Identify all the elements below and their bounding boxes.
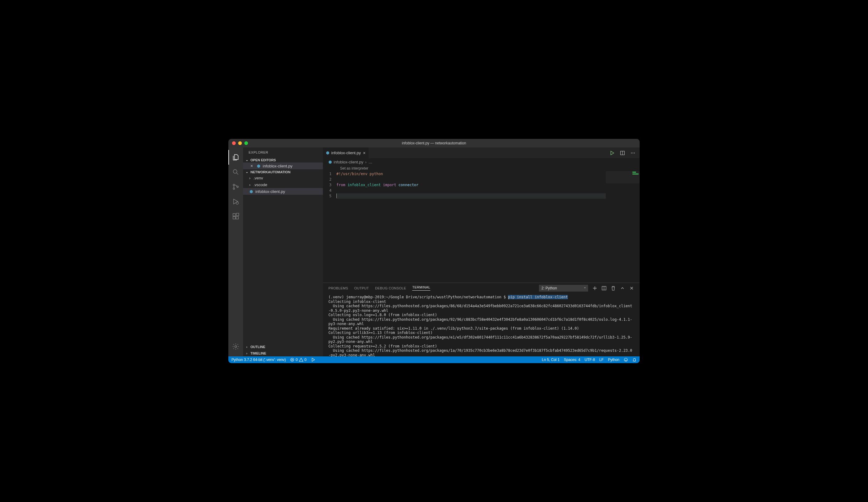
code-editor[interactable]: 12345 #!/usr/bin/env pythonfrom infoblox… <box>323 171 640 283</box>
search-activity-icon[interactable] <box>228 165 243 179</box>
workspace-label: NETWORKAUTOMATION <box>250 170 290 174</box>
close-icon[interactable]: × <box>249 163 254 168</box>
output-tab[interactable]: OUTPUT <box>354 286 369 290</box>
timeline-header[interactable]: › TIMELINE <box>243 350 323 357</box>
svg-point-2 <box>233 188 235 190</box>
minimap-content: ████████████████ ████████ ████ █████ <box>633 172 638 174</box>
svg-point-12 <box>633 152 633 153</box>
line-gutter: 12345 <box>323 171 337 283</box>
timeline-label: TIMELINE <box>250 351 266 355</box>
eol-status[interactable]: LF <box>599 358 604 362</box>
workspace-header[interactable]: ⌄ NETWORKAUTOMATION <box>243 169 323 174</box>
kill-terminal-icon[interactable] <box>611 286 616 291</box>
workspace-filename: infoblox-client.py <box>255 189 285 194</box>
minimap[interactable]: ████████████████ ████████ ████ █████ <box>606 171 640 283</box>
close-window-button[interactable] <box>232 141 236 145</box>
chevron-down-icon: ⌄ <box>244 158 249 162</box>
chevron-right-icon: › <box>247 176 252 180</box>
encoding-status[interactable]: UTF-8 <box>585 358 595 362</box>
extensions-activity-icon[interactable] <box>228 209 243 224</box>
svg-point-4 <box>236 202 238 204</box>
status-bar: Python 3.7.2 64-bit ('.venv': venv) 0 0 … <box>228 357 640 363</box>
terminal-select[interactable]: 2: Python <box>539 285 588 292</box>
python-file-icon: ⬢ <box>326 151 329 155</box>
workspace-file-item[interactable]: ⬢ infoblox-client.py <box>243 188 323 195</box>
folder-name: .vscode <box>254 182 267 187</box>
python-file-icon: ⬢ <box>249 189 254 194</box>
tab-filename: infoblox-client.py <box>331 151 361 155</box>
maximize-panel-icon[interactable] <box>620 286 625 291</box>
vscode-window: infoblox-client.py — networkautomation <box>228 139 640 363</box>
titlebar: infoblox-client.py — networkautomation <box>228 139 640 148</box>
open-editor-filename: infoblox-client.py <box>263 164 292 168</box>
svg-rect-6 <box>233 217 235 219</box>
feedback-icon[interactable] <box>624 358 628 362</box>
split-editor-icon[interactable] <box>620 151 625 155</box>
problems-status[interactable]: 0 0 <box>290 358 306 362</box>
explorer-activity-icon[interactable] <box>228 150 243 165</box>
run-status-icon[interactable] <box>311 358 315 362</box>
editor-tabs: ⬢ infoblox-client.py × <box>323 148 640 158</box>
warning-count: 0 <box>304 358 307 362</box>
chevron-right-icon: › <box>244 351 249 355</box>
outline-label: OUTLINE <box>250 345 265 349</box>
activity-bar <box>228 148 243 357</box>
sidebar-title: EXPLORER <box>243 148 323 157</box>
svg-point-13 <box>634 152 635 153</box>
breadcrumb-file: infoblox-client.py <box>334 160 363 164</box>
folder-item[interactable]: › .venv <box>243 174 323 181</box>
svg-rect-5 <box>233 213 235 216</box>
explorer-sidebar: EXPLORER ⌄ OPEN EDITORS × ⬢ infoblox-cli… <box>243 148 323 357</box>
svg-point-11 <box>631 152 632 153</box>
language-mode-status[interactable]: Python <box>608 358 619 362</box>
python-interpreter-status[interactable]: Python 3.7.2 64-bit ('.venv': venv) <box>231 358 286 362</box>
bottom-panel: PROBLEMS OUTPUT DEBUG CONSOLE TERMINAL 2… <box>323 283 640 357</box>
editor-tab[interactable]: ⬢ infoblox-client.py × <box>323 148 369 158</box>
breadcrumb[interactable]: ⬢ infoblox-client.py › … <box>323 158 640 165</box>
chevron-right-icon: › <box>365 160 366 164</box>
more-icon[interactable] <box>630 151 636 155</box>
indentation-status[interactable]: Spaces: 4 <box>564 358 580 362</box>
run-icon[interactable] <box>610 151 614 155</box>
chevron-down-icon: ⌄ <box>244 170 249 174</box>
run-debug-activity-icon[interactable] <box>228 194 243 209</box>
source-control-activity-icon[interactable] <box>228 179 243 194</box>
panel-tabs: PROBLEMS OUTPUT DEBUG CONSOLE TERMINAL 2… <box>323 283 640 293</box>
problems-tab[interactable]: PROBLEMS <box>328 286 348 290</box>
close-panel-icon[interactable] <box>629 286 634 291</box>
svg-point-16 <box>624 358 628 362</box>
split-terminal-icon[interactable] <box>602 286 607 291</box>
window-title: infoblox-client.py — networkautomation <box>402 141 466 145</box>
folder-name: .venv <box>254 176 263 180</box>
codelens-link[interactable]: Set as interpreter <box>323 165 640 171</box>
open-editor-item[interactable]: × ⬢ infoblox-client.py <box>243 162 323 169</box>
python-file-icon: ⬢ <box>256 164 261 168</box>
folder-item[interactable]: › .vscode <box>243 181 323 188</box>
outline-header[interactable]: › OUTLINE <box>243 343 323 350</box>
settings-activity-icon[interactable] <box>228 339 243 354</box>
terminal-tab[interactable]: TERMINAL <box>412 285 430 291</box>
terminal-output[interactable]: (.venv) jemurray@mbp-2019:~/Google Drive… <box>323 293 640 357</box>
cursor-position-status[interactable]: Ln 5, Col 1 <box>542 358 559 362</box>
maximize-window-button[interactable] <box>244 141 248 145</box>
open-editors-label: OPEN EDITORS <box>250 158 276 162</box>
debug-console-tab[interactable]: DEBUG CONSOLE <box>375 286 406 290</box>
notifications-icon[interactable] <box>632 358 637 362</box>
terminal-selector[interactable]: 2: Python <box>539 285 588 292</box>
breadcrumb-more: … <box>368 160 372 164</box>
code-lines[interactable]: #!/usr/bin/env pythonfrom infoblox_clien… <box>337 171 606 283</box>
svg-rect-8 <box>236 213 239 216</box>
editor-area: ⬢ infoblox-client.py × ⬢ <box>323 148 640 357</box>
editor-actions <box>610 148 640 158</box>
open-editors-header[interactable]: ⌄ OPEN EDITORS <box>243 157 323 162</box>
close-icon[interactable]: × <box>363 151 365 155</box>
minimize-window-button[interactable] <box>238 141 242 145</box>
svg-point-9 <box>235 345 237 348</box>
error-count: 0 <box>296 358 298 362</box>
chevron-right-icon: › <box>244 345 249 349</box>
traffic-lights <box>228 141 248 145</box>
new-terminal-icon[interactable] <box>592 286 597 291</box>
svg-point-0 <box>233 170 237 173</box>
chevron-right-icon: › <box>247 182 252 187</box>
svg-point-1 <box>233 184 235 186</box>
